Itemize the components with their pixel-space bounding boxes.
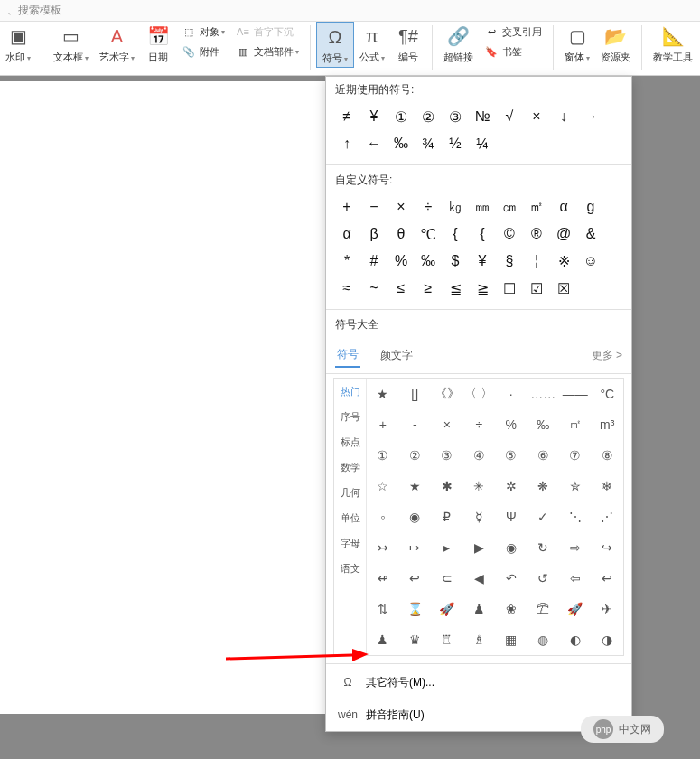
grid-cell[interactable]: ☆ xyxy=(367,471,399,501)
grid-cell[interactable]: ⇦ xyxy=(559,563,592,594)
grid-cell[interactable]: ⑤ xyxy=(495,440,527,471)
symbol-cell[interactable]: & xyxy=(577,220,604,248)
grid-cell[interactable]: ♖ xyxy=(431,624,463,655)
grid-cell[interactable]: ✮ xyxy=(559,471,592,501)
grid-cell[interactable]: ⋱ xyxy=(559,501,592,532)
dropcap-button[interactable]: A≡ 首字下沉 xyxy=(230,22,304,42)
symbol-cell[interactable]: + xyxy=(333,193,360,220)
grid-cell[interactable]: ‰ xyxy=(527,409,560,440)
grid-cell[interactable]: ÷ xyxy=(463,409,496,440)
grid-cell[interactable]: ⇅ xyxy=(367,594,399,624)
symbol-cell[interactable]: ‰ xyxy=(415,248,442,275)
grid-cell[interactable]: ↫ xyxy=(367,563,399,594)
symbol-cell[interactable]: $ xyxy=(442,248,469,275)
grid-cell[interactable]: ◑ xyxy=(592,624,624,655)
symbol-cell[interactable]: * xyxy=(333,248,360,275)
grid-cell[interactable]: ♛ xyxy=(399,624,432,655)
symbol-cell[interactable]: ≤ xyxy=(387,275,415,302)
category-item[interactable]: 单位 xyxy=(334,505,366,530)
resource-button[interactable]: 📂 资源夹 xyxy=(595,22,636,66)
grid-cell[interactable]: ↩ xyxy=(399,563,432,594)
grid-cell[interactable]: ♟ xyxy=(367,624,399,655)
grid-cell[interactable]: ₽ xyxy=(431,501,463,532)
grid-cell[interactable]: ③ xyxy=(431,440,463,471)
category-item[interactable]: 语文 xyxy=(334,556,366,581)
grid-cell[interactable]: ❄ xyxy=(592,471,624,501)
symbol-cell[interactable]: √ xyxy=(496,103,523,130)
symbol-cell[interactable]: ☑ xyxy=(523,275,550,302)
grid-cell[interactable]: ✈ xyxy=(592,594,624,624)
grid-cell[interactable]: ⑧ xyxy=(592,440,624,471)
symbol-cell[interactable]: × xyxy=(523,103,550,130)
grid-cell[interactable]: ✓ xyxy=(527,501,560,532)
grid-cell[interactable]: % xyxy=(495,409,527,440)
grid-cell[interactable]: ★ xyxy=(399,471,432,501)
grid-cell[interactable]: ⛱ xyxy=(527,594,560,624)
grid-cell[interactable]: ♟ xyxy=(463,594,496,624)
grid-cell[interactable]: × xyxy=(431,409,463,440)
symbol-cell[interactable]: ③ xyxy=(442,103,469,130)
grid-cell[interactable]: + xyxy=(367,409,399,440)
grid-cell[interactable]: 🚀 xyxy=(431,594,463,624)
teaching-button[interactable]: 📐 教学工具 xyxy=(648,22,698,66)
symbol-cell[interactable]: ÷ xyxy=(415,193,442,220)
symbol-cell[interactable]: ½ xyxy=(442,130,469,157)
grid-cell[interactable]: ↣ xyxy=(367,532,399,563)
tab-symbols[interactable]: 符号 xyxy=(335,343,360,368)
textbox-button[interactable]: ▭ 文本框▾ xyxy=(48,22,94,66)
wordart-button[interactable]: A 艺术字▾ xyxy=(94,22,140,66)
grid-cell[interactable]: ♗ xyxy=(463,624,496,655)
grid-cell[interactable]: …… xyxy=(527,379,560,409)
formula-button[interactable]: π 公式▾ xyxy=(354,22,390,66)
symbol-cell[interactable]: ② xyxy=(415,103,442,130)
symbol-cell[interactable]: ☒ xyxy=(550,275,577,302)
symbol-cell[interactable]: ① xyxy=(387,103,415,130)
grid-cell[interactable]: ↦ xyxy=(399,532,432,563)
symbol-cell[interactable]: ㎝ xyxy=(496,193,523,220)
grid-cell[interactable]: °C xyxy=(592,379,624,409)
symbol-button[interactable]: Ω 符号▾ xyxy=(316,22,354,68)
symbol-cell[interactable]: ≈ xyxy=(333,275,360,302)
more-symbols-menu-item[interactable]: Ω 其它符号(M)... xyxy=(326,666,631,698)
grid-cell[interactable]: ㎡ xyxy=(559,409,592,440)
symbol-cell[interactable]: → xyxy=(577,103,604,130)
search-hint[interactable]: 、搜索模板 xyxy=(0,0,700,22)
symbol-cell[interactable]: ㎏ xyxy=(442,193,469,220)
symbol-cell[interactable]: α xyxy=(333,220,360,248)
attachment-button[interactable]: 📎 附件 xyxy=(176,42,230,61)
symbol-cell[interactable]: × xyxy=(387,193,415,220)
symbol-cell[interactable]: ¥ xyxy=(360,103,387,130)
symbol-cell[interactable]: ≠ xyxy=(333,103,360,130)
grid-cell[interactable]: ↩ xyxy=(592,563,624,594)
symbol-cell[interactable]: ‰ xyxy=(387,130,415,157)
more-link[interactable]: 更多 > xyxy=(592,348,622,363)
symbol-cell[interactable]: ℃ xyxy=(415,220,442,248)
grid-cell[interactable]: 〈 〉 xyxy=(463,379,496,409)
grid-cell[interactable]: ① xyxy=(367,440,399,471)
symbol-cell[interactable]: @ xyxy=(550,220,577,248)
symbol-cell[interactable]: { xyxy=(469,220,496,248)
symbol-cell[interactable]: { xyxy=(442,220,469,248)
symbol-cell[interactable]: ≥ xyxy=(415,275,442,302)
grid-cell[interactable]: ⌛ xyxy=(399,594,432,624)
grid-cell[interactable]: ☿ xyxy=(463,501,496,532)
symbol-cell[interactable]: ※ xyxy=(550,248,577,275)
symbol-cell[interactable]: ¦ xyxy=(523,248,550,275)
symbol-cell[interactable]: ↑ xyxy=(333,130,360,157)
symbol-cell[interactable]: ¼ xyxy=(469,130,496,157)
category-item[interactable]: 字母 xyxy=(334,530,366,556)
symbol-cell[interactable]: ® xyxy=(523,220,550,248)
symbol-cell[interactable]: − xyxy=(360,193,387,220)
hyperlink-button[interactable]: 🔗 超链接 xyxy=(438,22,479,66)
grid-cell[interactable]: ⋰ xyxy=(592,501,624,532)
symbol-cell[interactable]: ¥ xyxy=(469,248,496,275)
grid-cell[interactable]: Ψ xyxy=(495,501,527,532)
grid-cell[interactable]: ⊂ xyxy=(431,563,463,594)
symbol-cell[interactable]: g xyxy=(577,193,604,220)
grid-cell[interactable]: ◉ xyxy=(495,532,527,563)
category-item[interactable]: 标点 xyxy=(334,429,366,454)
symbol-cell[interactable]: ☺ xyxy=(577,248,604,275)
symbol-cell[interactable]: % xyxy=(387,248,415,275)
grid-cell[interactable]: ④ xyxy=(463,440,496,471)
symbol-cell[interactable]: № xyxy=(469,103,496,130)
